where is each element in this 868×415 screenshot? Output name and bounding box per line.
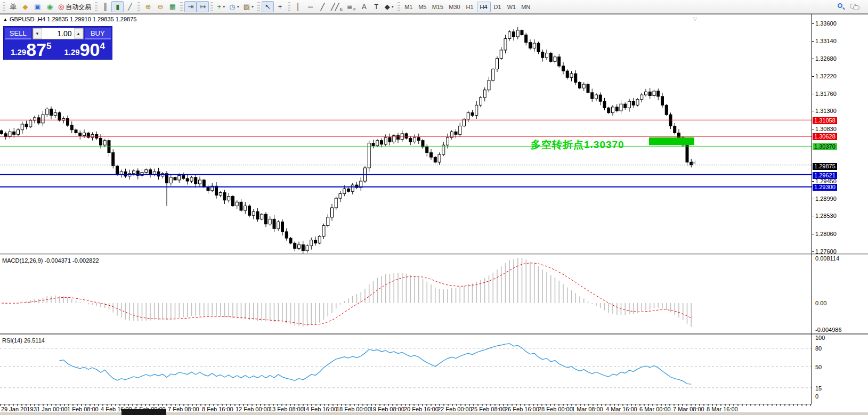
time-label: 28 Feb 00:00 bbox=[538, 406, 573, 412]
time-label: 13 Feb 08:00 bbox=[269, 406, 304, 412]
cursor-glyph: ↖ bbox=[265, 3, 271, 10]
sell-price-small: 1.29 bbox=[11, 47, 26, 56]
chevron-down-icon[interactable]: ▾ bbox=[237, 5, 239, 9]
buy-button[interactable]: BUY bbox=[85, 28, 111, 39]
axis-tick bbox=[812, 199, 814, 199]
timeframe-d1[interactable]: D1 bbox=[491, 2, 505, 12]
crosshair-icon[interactable]: + bbox=[274, 1, 286, 12]
time-label: 20 Feb 16:00 bbox=[404, 406, 439, 412]
timeframe-h1[interactable]: H1 bbox=[463, 2, 477, 12]
macd-label: MACD(12,26,9) -0.004371 -0.002822 bbox=[2, 257, 99, 264]
text-icon[interactable]: A bbox=[358, 1, 370, 12]
search-icon[interactable] bbox=[838, 3, 845, 10]
templates-icon[interactable]: ▨▾ bbox=[241, 1, 256, 12]
indicators-icon[interactable]: +▾ bbox=[215, 1, 227, 12]
axis-tick bbox=[812, 23, 814, 24]
timeframe-m30[interactable]: M30 bbox=[446, 2, 463, 12]
new-order-icon[interactable]: 单 bbox=[7, 1, 19, 12]
sell-price[interactable]: 1.29875 bbox=[5, 40, 58, 59]
equidistant-channel-glyph: ╱╱ bbox=[331, 3, 339, 10]
zoom-in-glyph: ⊕ bbox=[145, 3, 151, 10]
bar-chart-icon[interactable]: ║ bbox=[99, 1, 111, 12]
fibonacci-icon[interactable]: ≣F bbox=[345, 1, 358, 12]
time-label: 22 Feb 00:00 bbox=[437, 406, 472, 412]
axis-tick bbox=[812, 251, 814, 252]
candlestick-chart-glyph: ▮ bbox=[116, 3, 119, 10]
history-icon[interactable]: ◆ bbox=[19, 1, 31, 12]
time-label: 25 Feb 08:00 bbox=[471, 406, 506, 412]
text-label-icon[interactable]: T bbox=[370, 1, 383, 12]
arrows-icon[interactable]: ◆▾ bbox=[383, 1, 396, 12]
line-chart-icon[interactable]: ╱ bbox=[124, 1, 136, 12]
collapse-triangle-icon[interactable]: ▲ bbox=[3, 17, 7, 22]
time-label: 14 Feb 16:00 bbox=[303, 406, 337, 412]
time-label: 18 Feb 00:00 bbox=[336, 406, 371, 412]
signals-glyph: ◉ bbox=[47, 3, 53, 10]
buy-price-small: 1.29 bbox=[64, 47, 80, 56]
toolbar-grip[interactable] bbox=[398, 2, 400, 12]
chart-shift-icon[interactable]: ↦ bbox=[197, 1, 209, 12]
autotrading-glyph: ◎ bbox=[58, 3, 64, 10]
chevron-down-icon[interactable]: ▾ bbox=[392, 5, 394, 9]
time-label: 6 Mar 00:00 bbox=[639, 406, 671, 412]
time-label: 26 Feb 16:00 bbox=[505, 406, 539, 412]
toolbar-grip[interactable] bbox=[257, 2, 260, 12]
text-glyph: A bbox=[362, 3, 367, 10]
toolbar-grip[interactable] bbox=[288, 2, 290, 12]
chat-icon[interactable] bbox=[850, 4, 859, 10]
zoom-in-icon[interactable]: ⊕ bbox=[142, 1, 154, 12]
horizontal-line-icon[interactable]: ─ bbox=[304, 1, 317, 12]
macd-panel[interactable] bbox=[0, 255, 812, 333]
zoom-out-glyph: ⊖ bbox=[157, 3, 163, 10]
time-label: 19 Feb 08:00 bbox=[370, 406, 404, 412]
timeframe-m15[interactable]: M15 bbox=[429, 2, 446, 12]
timeframe-m5[interactable]: M5 bbox=[416, 2, 429, 12]
axis-tick bbox=[812, 59, 814, 59]
periods-icon[interactable]: ◷▾ bbox=[227, 1, 241, 12]
axis-tick bbox=[812, 111, 814, 111]
toolbar-grip[interactable] bbox=[137, 2, 140, 12]
axis-label: 15 bbox=[815, 385, 822, 392]
axis-label: 1.32220 bbox=[815, 73, 837, 79]
autotrading-label: 自动交易 bbox=[66, 4, 91, 10]
axis-label: 80 bbox=[815, 345, 822, 352]
sell-price-big: 87 bbox=[26, 42, 46, 58]
vertical-line-icon[interactable]: │ bbox=[292, 1, 304, 12]
pivot-annotation[interactable]: 多空转折点1.30370 bbox=[531, 138, 624, 152]
one-click-trading-panel: SELL ▼ ▲ BUY 1.29875 1.29904 bbox=[3, 26, 112, 60]
chevron-down-icon[interactable]: ▾ bbox=[223, 5, 225, 9]
axis-label: 100 bbox=[815, 335, 825, 341]
sell-button[interactable]: SELL bbox=[5, 28, 31, 39]
timeframe-m1[interactable]: M1 bbox=[402, 2, 416, 12]
signals-icon[interactable]: ◉ bbox=[44, 1, 56, 12]
candlestick-chart-icon[interactable]: ▮ bbox=[111, 1, 124, 12]
market-watch-icon[interactable]: ▣ bbox=[31, 1, 44, 12]
volume-decrease-button[interactable]: ▼ bbox=[33, 28, 42, 39]
toolbar-grip[interactable] bbox=[3, 2, 5, 12]
toolbar-grip[interactable] bbox=[180, 2, 183, 12]
toolbar-grip[interactable] bbox=[210, 2, 213, 12]
vertical-line-glyph: │ bbox=[296, 3, 300, 10]
equidistant-channel-icon[interactable]: ╱╱E bbox=[329, 1, 345, 12]
trendline-icon[interactable]: ╱ bbox=[317, 1, 329, 12]
chart-shift-glyph: ↦ bbox=[200, 3, 206, 10]
cursor-icon[interactable]: ↖ bbox=[262, 1, 274, 12]
axis-label: 0.00 bbox=[815, 300, 826, 306]
axis-label: -0.004986 bbox=[815, 327, 842, 333]
timeframe-h4[interactable]: H4 bbox=[477, 2, 491, 12]
rsi-panel[interactable] bbox=[0, 335, 812, 404]
chart-shift-marker-icon[interactable]: ▽ bbox=[693, 17, 697, 22]
buy-price[interactable]: 1.29904 bbox=[59, 40, 111, 59]
price-chart[interactable] bbox=[0, 14, 812, 254]
chevron-down-icon[interactable]: ▾ bbox=[252, 5, 254, 9]
timeframe-w1[interactable]: W1 bbox=[505, 2, 519, 12]
indicators-glyph: + bbox=[217, 3, 222, 10]
autotrading-button[interactable]: ◎自动交易 bbox=[56, 1, 93, 12]
zoom-out-icon[interactable]: ⊖ bbox=[154, 1, 166, 12]
timeframe-mn[interactable]: MN bbox=[518, 2, 533, 12]
tile-windows-icon[interactable]: ▦ bbox=[166, 1, 179, 12]
volume-increase-button[interactable]: ▲ bbox=[74, 28, 83, 39]
auto-scroll-icon[interactable]: ⇥ bbox=[184, 1, 197, 12]
volume-input[interactable] bbox=[42, 28, 74, 39]
toolbar-grip[interactable] bbox=[95, 2, 98, 12]
